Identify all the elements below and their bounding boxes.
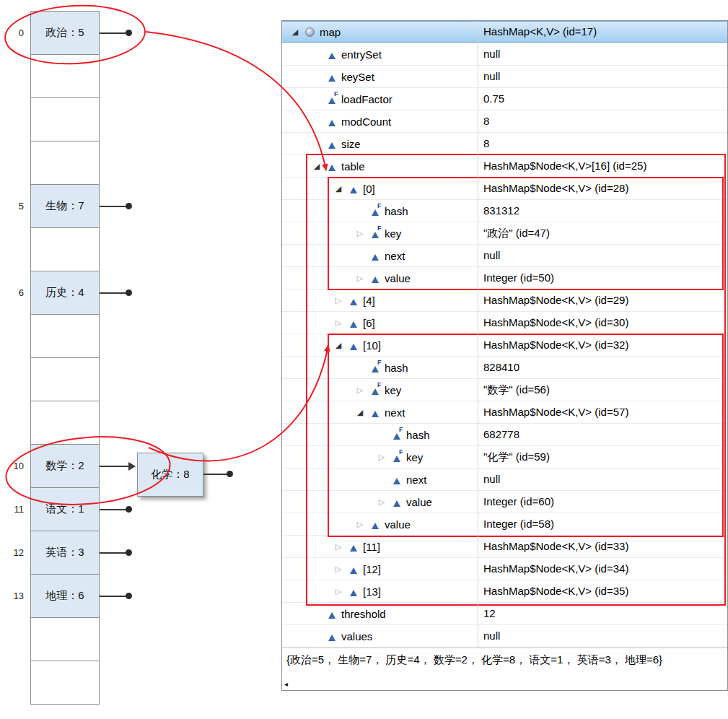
variable-row-hash[interactable]: Fhash828410 <box>282 357 727 379</box>
array-slot-13: 13地理：6 <box>30 574 100 618</box>
array-index-label: 11 <box>0 504 24 515</box>
collapsed-expander-icon[interactable]: ▷ <box>351 379 369 401</box>
final-field-icon: F <box>325 93 340 105</box>
variable-row-6[interactable]: ▷[6]HashMap$Node<K,V> (id=30) <box>282 312 727 334</box>
variable-value: 831312 <box>483 200 519 222</box>
final-field-icon: F <box>390 451 405 463</box>
null-pointer-dot <box>126 593 132 599</box>
variable-row-hash[interactable]: Fhash682778 <box>282 424 727 446</box>
variable-value: "数学" (id=56) <box>483 379 550 401</box>
array-slot-10: 10数学：2 <box>30 444 100 488</box>
field-triangle-icon <box>328 142 336 149</box>
final-decorator: F <box>334 91 338 97</box>
collapsed-expander-icon[interactable]: ▷ <box>330 312 347 334</box>
variable-name: [0] <box>363 183 375 195</box>
array-slot-entry: 数学：2 <box>45 459 84 473</box>
variable-row-modCount[interactable]: modCount8 <box>282 110 727 133</box>
object-variable-icon <box>304 26 318 38</box>
field-icon <box>347 585 361 598</box>
field-icon <box>347 563 361 575</box>
variable-name: entrySet <box>341 48 382 61</box>
collapsed-expander-icon[interactable]: ▷ <box>351 222 369 245</box>
variable-row-key[interactable]: ▷Fkey"数学" (id=56) <box>282 379 727 401</box>
expanded-expander-icon[interactable]: ◢ <box>286 21 304 43</box>
final-decorator: F <box>399 449 403 456</box>
chain-null-dot <box>227 471 233 477</box>
field-triangle-icon <box>350 344 357 350</box>
variable-row-keySet[interactable]: keySetnull <box>282 66 727 88</box>
field-triangle-icon <box>350 321 357 328</box>
variable-name: [10] <box>363 339 381 352</box>
detail-pane[interactable]: {政治=5， 生物=7， 历史=4， 数学=2， 化学=8， 语文=1， 英语=… <box>282 648 727 674</box>
null-pointer-dot <box>126 506 132 513</box>
expanded-expander-icon[interactable]: ◢ <box>330 334 347 357</box>
array-slot-entry: 历史：4 <box>45 286 84 300</box>
variable-row-loadFactor[interactable]: FloadFactor0.75 <box>282 88 727 110</box>
variable-value: 0.75 <box>483 88 504 110</box>
variable-value: 828410 <box>483 357 519 378</box>
variable-row-4[interactable]: ▷[4]HashMap$Node<K,V> (id=29) <box>282 289 727 312</box>
variable-row-table[interactable]: ◢tableHashMap$Node<K,V>[16] (id=25) <box>282 155 727 178</box>
final-field-icon: F <box>369 227 383 240</box>
chain-arrow-line <box>100 466 128 467</box>
variable-row-values[interactable]: valuesnull <box>282 625 727 648</box>
field-triangle-icon <box>350 187 357 193</box>
variable-name: key <box>385 227 401 240</box>
map-tostring-text: {政治=5， 生物=7， 历史=4， 数学=2， 化学=8， 语文=1， 英语=… <box>286 653 662 666</box>
variable-value: Integer (id=60) <box>483 491 554 513</box>
variable-name: threshold <box>341 608 386 620</box>
variable-value: null <box>483 43 500 65</box>
variable-value: HashMap$Node<K,V> (id=35) <box>483 580 628 602</box>
expanded-expander-icon[interactable]: ◢ <box>330 178 347 200</box>
expanded-expander-icon[interactable]: ◢ <box>351 401 369 424</box>
variable-row-13[interactable]: ▷[13]HashMap$Node<K,V> (id=35) <box>282 580 727 603</box>
field-icon <box>325 160 340 173</box>
array-slot-entry: 语文：1 <box>45 502 84 516</box>
variable-row-value[interactable]: ▷valueInteger (id=60) <box>282 491 727 513</box>
expanded-expander-icon[interactable]: ◢ <box>308 155 325 178</box>
field-triangle-icon <box>372 276 379 283</box>
collapsed-expander-icon[interactable]: ▷ <box>330 289 347 312</box>
variable-row-10[interactable]: ◢[10]HashMap$Node<K,V> (id=32) <box>282 334 727 357</box>
variable-row-entrySet[interactable]: entrySetnull <box>282 43 727 66</box>
variable-row-value[interactable]: ▷valueInteger (id=58) <box>282 513 727 536</box>
collapsed-expander-icon[interactable]: ▷ <box>373 446 390 469</box>
variable-row-hash[interactable]: Fhash831312 <box>282 200 727 222</box>
collapsed-expander-icon[interactable]: ▷ <box>330 558 347 580</box>
variable-row-next[interactable]: ◢nextHashMap$Node<K,V> (id=57) <box>282 401 727 424</box>
chain-node-entry: 化学：8 <box>151 468 189 481</box>
pointer-line <box>100 206 127 207</box>
field-triangle-icon <box>393 478 400 484</box>
variable-row-11[interactable]: ▷[11]HashMap$Node<K,V> (id=33) <box>282 536 727 558</box>
scroll-left-icon[interactable]: ◂ <box>284 680 288 688</box>
pointer-line <box>100 509 127 510</box>
variable-name: [11] <box>363 541 380 553</box>
variable-row-key[interactable]: ▷Fkey"政治" (id=47) <box>282 222 727 245</box>
collapsed-expander-icon[interactable]: ▷ <box>373 491 390 513</box>
collapsed-expander-icon[interactable]: ▷ <box>330 536 347 558</box>
variable-name: values <box>341 630 372 642</box>
variable-name: [6] <box>363 317 375 329</box>
variable-value: HashMap$Node<K,V> (id=32) <box>483 334 628 356</box>
array-slot-15 <box>30 661 100 705</box>
variable-row-next[interactable]: nextnull <box>282 469 727 491</box>
variable-row-12[interactable]: ▷[12]HashMap$Node<K,V> (id=34) <box>282 558 727 580</box>
variable-value: HashMap$Node<K,V>[16] (id=25) <box>483 155 646 177</box>
variable-row-key[interactable]: ▷Fkey"化学" (id=59) <box>282 446 727 469</box>
column-divider[interactable] <box>478 21 478 648</box>
variable-row-next[interactable]: nextnull <box>282 245 727 267</box>
variable-name: next <box>385 406 405 419</box>
variable-row-value[interactable]: ▷valueInteger (id=50) <box>282 267 727 289</box>
variable-row-0[interactable]: ◢[0]HashMap$Node<K,V> (id=28) <box>282 178 727 200</box>
variable-name: [12] <box>363 563 381 575</box>
field-triangle-icon <box>393 433 400 440</box>
collapsed-expander-icon[interactable]: ▷ <box>351 513 369 536</box>
variable-row-size[interactable]: size8 <box>282 133 727 155</box>
array-slot-entry: 生物：7 <box>45 199 84 213</box>
variable-row-threshold[interactable]: threshold12 <box>282 603 727 625</box>
collapsed-expander-icon[interactable]: ▷ <box>330 580 347 603</box>
collapsed-expander-icon[interactable]: ▷ <box>351 267 369 289</box>
final-decorator: F <box>399 427 403 433</box>
field-triangle-icon <box>393 500 400 507</box>
variable-row-map[interactable]: ◢mapHashMap<K,V> (id=17) <box>282 21 727 43</box>
